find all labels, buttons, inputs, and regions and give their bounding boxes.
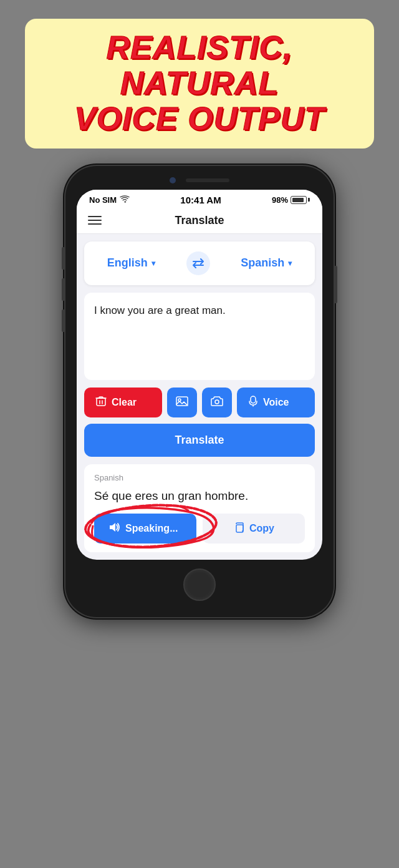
action-buttons-row: Clear	[84, 388, 315, 417]
source-language-button[interactable]: English ▾	[107, 256, 155, 270]
input-area[interactable]: I know you are a great man.	[84, 293, 315, 380]
camera-button[interactable]	[202, 388, 232, 417]
output-area: Spanish Sé que eres un gran hombre. Spea…	[84, 464, 315, 553]
hamburger-menu[interactable]	[88, 216, 102, 225]
app-title: Translate	[102, 214, 297, 227]
status-bar: No SIM 10:41 AM 98%	[77, 190, 322, 208]
speaker-icon	[108, 522, 120, 535]
status-right: 98%	[272, 195, 310, 205]
status-left: No SIM	[89, 195, 130, 205]
home-button[interactable]	[183, 568, 216, 601]
clear-button[interactable]: Clear	[84, 388, 162, 417]
swap-languages-button[interactable]	[186, 251, 210, 275]
battery-icon	[291, 196, 310, 204]
phone-top	[77, 177, 322, 183]
image-icon	[176, 396, 188, 409]
output-actions: Speaking... Copy	[94, 514, 305, 544]
clear-button-label: Clear	[112, 397, 137, 408]
target-language-arrow: ▾	[288, 259, 292, 268]
banner-line1: REALISTIC, NATURAL	[107, 29, 293, 101]
phone-bottom	[77, 560, 322, 606]
voice-button-label: Voice	[263, 397, 289, 408]
hamburger-line2	[88, 220, 102, 221]
target-language-button[interactable]: Spanish ▾	[241, 256, 292, 270]
hamburger-line1	[88, 216, 102, 217]
front-camera	[170, 177, 176, 183]
voice-button[interactable]: Voice	[237, 388, 315, 417]
output-text: Sé que eres un gran hombre.	[94, 487, 305, 505]
svg-point-6	[215, 400, 219, 404]
source-language-arrow: ▾	[151, 259, 155, 268]
translate-button[interactable]: Translate	[84, 424, 315, 457]
microphone-icon	[248, 396, 258, 409]
copy-button-label: Copy	[249, 523, 274, 534]
trash-icon	[95, 396, 107, 409]
speaking-button[interactable]: Speaking...	[94, 514, 196, 544]
battery-body	[291, 196, 307, 204]
banner: REALISTIC, NATURAL VOICE OUTPUT	[25, 19, 374, 149]
nav-bar: Translate	[77, 208, 322, 234]
camera-icon	[211, 396, 223, 409]
speaking-button-label: Speaking...	[125, 523, 178, 534]
banner-text: REALISTIC, NATURAL VOICE OUTPUT	[44, 30, 355, 137]
svg-rect-7	[251, 396, 256, 403]
banner-line2: VOICE OUTPUT	[74, 100, 325, 137]
translate-button-label: Translate	[175, 434, 224, 446]
copy-button[interactable]: Copy	[203, 514, 305, 544]
image-button[interactable]	[167, 388, 197, 417]
carrier-label: No SIM	[89, 195, 117, 205]
battery-percent: 98%	[272, 195, 288, 205]
earpiece-speaker	[186, 178, 229, 182]
screen: No SIM 10:41 AM 98%	[77, 190, 322, 560]
output-language-label: Spanish	[94, 473, 305, 482]
svg-rect-0	[97, 398, 105, 406]
wifi-icon	[120, 195, 130, 205]
battery-fill	[292, 198, 304, 202]
clock: 10:41 AM	[180, 195, 221, 205]
input-text[interactable]: I know you are a great man.	[94, 303, 305, 319]
source-language-label: English	[107, 256, 148, 270]
battery-tip	[308, 198, 310, 202]
phone-shell: No SIM 10:41 AM 98%	[65, 166, 334, 618]
copy-icon	[233, 522, 244, 535]
target-language-label: Spanish	[241, 256, 284, 270]
hamburger-line3	[88, 223, 102, 225]
language-selector: English ▾ Spanish ▾	[84, 241, 315, 285]
